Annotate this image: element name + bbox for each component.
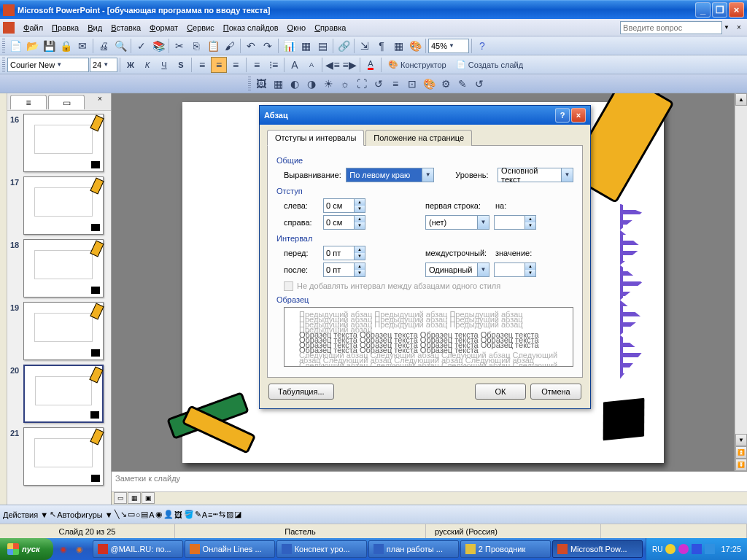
document-icon[interactable]	[3, 22, 15, 34]
tray-icon[interactable]	[692, 544, 702, 554]
decrease-font-button[interactable]: A	[303, 57, 320, 73]
thumbnail-17[interactable]: 17	[10, 176, 108, 235]
task-button[interactable]: Онлайн Lines ...	[185, 540, 275, 558]
language-indicator[interactable]: русский (Россия)	[426, 524, 601, 538]
more-contrast-button[interactable]: ◐	[287, 76, 303, 92]
task-button[interactable]: Конспект уро...	[276, 540, 367, 558]
slide-canvas[interactable]: Абзац ? × Отступы и интервалы Положение …	[112, 93, 735, 471]
help-search-input[interactable]	[620, 21, 722, 34]
thumbnail-20[interactable]: 20	[10, 365, 108, 423]
rotate-left-button[interactable]: ↺	[371, 76, 387, 92]
window-close-button[interactable]: ×	[729, 2, 744, 18]
dialog-close-button[interactable]: ×	[571, 108, 586, 122]
search-dropdown-icon[interactable]: ▼	[722, 24, 731, 31]
at-spinner[interactable]: ▲▼	[494, 262, 536, 277]
actions-menu[interactable]: Действия ▼	[3, 510, 48, 519]
fill-color-button[interactable]: 🪣	[184, 510, 194, 519]
shadow-button[interactable]: ▨	[226, 510, 233, 519]
arrow-style-button[interactable]: ⇆	[219, 510, 225, 519]
vertical-scrollbar[interactable]: ▲ ▼ ⏫ ⏬	[735, 93, 747, 471]
increase-indent-button[interactable]: ≡▶	[341, 57, 357, 73]
tray-icon[interactable]	[705, 544, 715, 554]
menu-правка[interactable]: Правка	[47, 22, 83, 34]
oval-button[interactable]: ○	[136, 510, 141, 519]
format-painter-button[interactable]: 🖌	[222, 38, 238, 54]
quick-launch-button[interactable]: ◉	[72, 541, 87, 557]
thumbnail-18[interactable]: 18	[10, 239, 108, 298]
task-button[interactable]: 2 Проводник	[460, 540, 551, 558]
level-combo[interactable]: Основной текст▼	[498, 168, 573, 182]
indent-right-spinner[interactable]: 0 см▲▼	[323, 215, 365, 230]
tab-indents-spacing[interactable]: Отступы и интервалы	[267, 130, 364, 146]
alignment-combo[interactable]: По левому краю▼	[346, 168, 434, 182]
indent-left-spinner[interactable]: 0 см▲▼	[323, 198, 365, 213]
arrow-button[interactable]: ↘	[120, 510, 127, 519]
thumbnail-19[interactable]: 19	[10, 302, 108, 360]
help-button[interactable]: ?	[474, 38, 490, 54]
thumbnail-slide[interactable]	[23, 427, 104, 486]
start-button[interactable]: пуск	[0, 538, 53, 560]
sorter-view-button[interactable]: ▦	[128, 492, 141, 504]
before-spinner[interactable]: 0 пт▲▼	[323, 246, 365, 260]
thumbnail-slide[interactable]	[23, 239, 104, 298]
thumbnail-slide[interactable]	[23, 114, 104, 172]
notes-pane[interactable]: Заметки к слайду	[112, 471, 747, 491]
dash-style-button[interactable]: ┅	[213, 510, 218, 519]
menu-сервис[interactable]: Сервис	[182, 22, 219, 34]
new-button[interactable]: 📄	[7, 38, 23, 54]
chart-button[interactable]: 📊	[281, 38, 297, 54]
select-button[interactable]: ↖	[50, 510, 56, 519]
color-button[interactable]: 🎨	[407, 38, 423, 54]
underline-button[interactable]: Ч	[156, 57, 172, 73]
pane-close-button[interactable]: ×	[98, 95, 108, 110]
wordart-button[interactable]: A	[149, 510, 154, 519]
spellcheck-button[interactable]: ✓	[133, 38, 150, 54]
outline-tab[interactable]: ≡	[10, 95, 47, 109]
scroll-down-button[interactable]: ▼	[735, 434, 747, 446]
task-button[interactable]: план работы ...	[368, 540, 459, 558]
shadow-button[interactable]: S	[173, 57, 189, 73]
compress-button[interactable]: ⊡	[404, 76, 420, 92]
ok-button[interactable]: ОК	[475, 384, 526, 400]
task-button[interactable]: @MAIL.RU: по...	[93, 540, 183, 558]
textbox-button[interactable]: ▤	[141, 510, 148, 519]
email-button[interactable]: ✉	[74, 38, 90, 54]
scroll-up-button[interactable]: ▲	[735, 93, 747, 106]
recolor-button[interactable]: 🎨	[421, 76, 437, 92]
zoom-combo[interactable]: 45%▼	[428, 39, 469, 53]
toolbar-grip[interactable]	[2, 39, 5, 53]
more-brightness-button[interactable]: ☀	[320, 76, 336, 92]
rectangle-button[interactable]: ▭	[128, 510, 135, 519]
copy-button[interactable]: ⎘	[188, 38, 204, 54]
tray-icon[interactable]	[678, 544, 689, 554]
insert-picture-button[interactable]: 🖼	[253, 76, 269, 92]
toolbar-grip[interactable]	[248, 77, 251, 91]
quick-launch-button[interactable]: ◉	[56, 541, 71, 557]
slideshow-view-button[interactable]: ▣	[142, 492, 155, 504]
save-button[interactable]: 💾	[41, 38, 57, 54]
color-mode-button[interactable]: ▦	[270, 76, 286, 92]
task-button[interactable]: Microsoft Pow...	[552, 540, 643, 558]
bold-button[interactable]: Ж	[123, 57, 139, 73]
grid-button[interactable]: ▦	[390, 38, 406, 54]
line-color-button[interactable]: ✎	[195, 510, 201, 519]
crop-button[interactable]: ⛶	[354, 76, 370, 92]
align-left-button[interactable]: ≡	[194, 57, 210, 73]
menu-файл[interactable]: Файл	[19, 22, 47, 34]
align-right-button[interactable]: ≡	[228, 57, 244, 73]
dialog-help-button[interactable]: ?	[555, 108, 570, 122]
font-size-combo[interactable]: 24▼	[90, 58, 117, 72]
decrease-indent-button[interactable]: ◀≡	[325, 57, 341, 73]
menu-вставка[interactable]: Вставка	[107, 22, 145, 34]
thumbnail-list[interactable]: 161718192021	[7, 111, 111, 505]
new-slide-button[interactable]: 📄Создать слайд	[452, 57, 527, 73]
doc-close-button[interactable]: ×	[734, 23, 744, 33]
paste-button[interactable]: 📋	[205, 38, 221, 54]
table-button[interactable]: ▦	[298, 38, 314, 54]
line-button[interactable]: ╲	[115, 510, 120, 519]
thumbnail-16[interactable]: 16	[10, 114, 108, 172]
hyperlink-button[interactable]: 🔗	[336, 38, 352, 54]
less-brightness-button[interactable]: ☼	[337, 76, 353, 92]
format-picture-button[interactable]: ⚙	[438, 76, 454, 92]
numbering-button[interactable]: ≡	[249, 57, 265, 73]
